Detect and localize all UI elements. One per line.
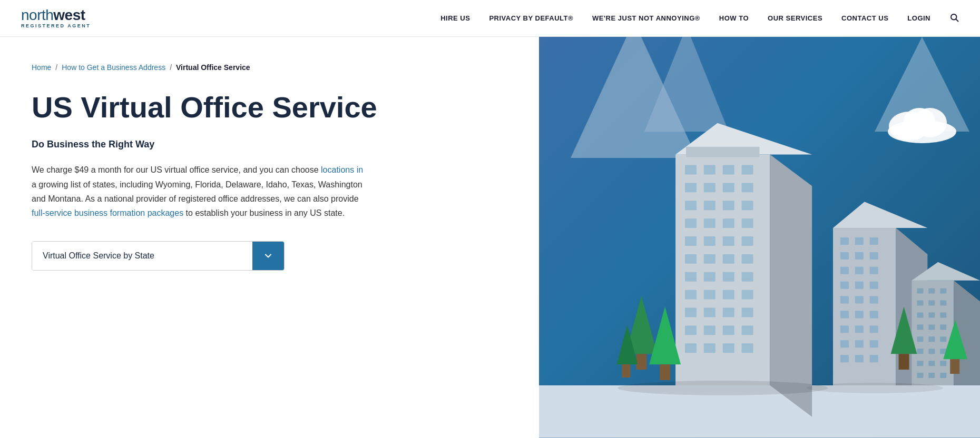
svg-rect-29 <box>742 236 753 246</box>
svg-rect-24 <box>723 218 734 228</box>
state-dropdown-label[interactable]: Virtual Office Service by State <box>32 242 252 270</box>
svg-rect-31 <box>704 254 716 264</box>
svg-rect-48 <box>723 326 734 335</box>
svg-rect-63 <box>855 252 864 260</box>
search-icon[interactable] <box>949 13 959 24</box>
svg-rect-79 <box>870 326 878 333</box>
svg-rect-104 <box>917 349 923 354</box>
svg-rect-14 <box>685 183 697 193</box>
nav-login[interactable]: LOGIN <box>907 14 930 22</box>
svg-rect-72 <box>855 296 864 304</box>
svg-rect-93 <box>928 301 935 306</box>
site-logo[interactable]: northwest REGISTERED AGENT <box>21 8 91 28</box>
svg-rect-109 <box>940 361 946 366</box>
svg-rect-101 <box>917 337 923 342</box>
main-container: Home / How to Get a Business Address / V… <box>0 37 980 438</box>
nav-contact-us[interactable]: CONTACT US <box>841 14 888 22</box>
svg-rect-46 <box>685 326 697 335</box>
svg-rect-54 <box>686 147 759 157</box>
svg-rect-121 <box>950 360 959 374</box>
svg-rect-38 <box>685 290 697 300</box>
svg-rect-102 <box>928 337 935 342</box>
svg-rect-82 <box>870 341 878 348</box>
svg-rect-50 <box>685 344 697 353</box>
svg-rect-70 <box>870 282 878 289</box>
nav-our-services[interactable]: OUR SERVICES <box>768 14 822 22</box>
svg-rect-15 <box>704 183 716 193</box>
svg-rect-23 <box>704 218 716 228</box>
hero-title: US Virtual Office Service <box>32 91 507 124</box>
svg-rect-94 <box>940 301 946 306</box>
svg-rect-78 <box>855 326 864 333</box>
svg-rect-25 <box>742 218 753 228</box>
logo-subtext: REGISTERED AGENT <box>21 24 91 28</box>
svg-rect-98 <box>917 325 923 330</box>
svg-rect-86 <box>912 281 954 385</box>
svg-rect-53 <box>742 344 753 353</box>
breadcrumb-sep1: / <box>55 63 57 72</box>
logo-text: northwest <box>21 8 91 23</box>
svg-marker-58 <box>833 202 927 228</box>
state-dropdown-wrap[interactable]: Virtual Office Service by State <box>32 241 285 271</box>
breadcrumb-current: Virtual Office Service <box>176 63 250 72</box>
svg-rect-60 <box>855 237 864 245</box>
nav-annoying[interactable]: WE'RE JUST NOT ANNOYING® <box>592 14 700 22</box>
svg-rect-111 <box>928 373 935 378</box>
svg-marker-8 <box>770 155 812 417</box>
nav-privacy[interactable]: PRIVACY BY DEFAULT® <box>489 14 573 22</box>
svg-rect-67 <box>870 267 878 274</box>
svg-rect-90 <box>928 288 935 294</box>
svg-rect-71 <box>840 296 849 304</box>
svg-rect-100 <box>940 325 946 330</box>
svg-rect-30 <box>685 254 697 264</box>
hero-subtitle: Do Business the Right Way <box>32 139 507 150</box>
site-header: northwest REGISTERED AGENT HIRE US PRIVA… <box>0 0 980 37</box>
svg-rect-96 <box>928 313 935 318</box>
svg-rect-27 <box>704 236 716 246</box>
svg-rect-62 <box>840 252 849 260</box>
svg-point-125 <box>807 383 943 393</box>
hero-body-text2: a growing list of states, including Wyom… <box>32 180 362 203</box>
svg-rect-28 <box>723 236 734 246</box>
svg-rect-22 <box>685 218 697 228</box>
svg-rect-65 <box>840 267 849 274</box>
svg-rect-103 <box>940 337 946 342</box>
state-dropdown-button[interactable] <box>252 242 284 270</box>
svg-rect-95 <box>917 313 923 318</box>
svg-rect-75 <box>855 311 864 318</box>
svg-rect-10 <box>685 165 697 175</box>
svg-rect-99 <box>928 325 935 330</box>
svg-rect-17 <box>742 183 753 193</box>
svg-rect-105 <box>928 349 935 354</box>
breadcrumb-home[interactable]: Home <box>32 63 51 72</box>
chevron-down-icon <box>263 251 273 261</box>
nav-how-to[interactable]: HOW TO <box>719 14 749 22</box>
svg-rect-91 <box>940 288 946 294</box>
svg-rect-73 <box>870 296 878 304</box>
svg-rect-59 <box>840 237 849 245</box>
svg-rect-32 <box>723 254 734 264</box>
svg-rect-20 <box>723 201 734 211</box>
svg-rect-115 <box>636 354 646 370</box>
nav-hire-us[interactable]: HIRE US <box>440 14 470 22</box>
hero-body-text1: We charge $49 a month for our US virtual… <box>32 165 321 174</box>
svg-rect-123 <box>622 365 630 378</box>
svg-rect-26 <box>685 236 697 246</box>
svg-rect-39 <box>704 290 716 300</box>
svg-rect-41 <box>742 290 753 300</box>
svg-line-1 <box>956 19 958 21</box>
svg-rect-92 <box>917 301 923 306</box>
svg-rect-43 <box>704 308 716 317</box>
breadcrumb-how-to[interactable]: How to Get a Business Address <box>62 63 165 72</box>
svg-rect-51 <box>704 344 716 353</box>
svg-rect-37 <box>742 272 753 282</box>
svg-point-124 <box>618 381 828 395</box>
svg-rect-18 <box>685 201 697 211</box>
svg-rect-42 <box>685 308 697 317</box>
svg-rect-34 <box>685 272 697 282</box>
hero-link-formation[interactable]: full-service business formation packages <box>32 208 183 217</box>
left-content: Home / How to Get a Business Address / V… <box>0 37 539 438</box>
hero-link-locations[interactable]: locations in <box>321 165 363 174</box>
svg-rect-77 <box>840 326 849 333</box>
svg-rect-36 <box>723 272 734 282</box>
